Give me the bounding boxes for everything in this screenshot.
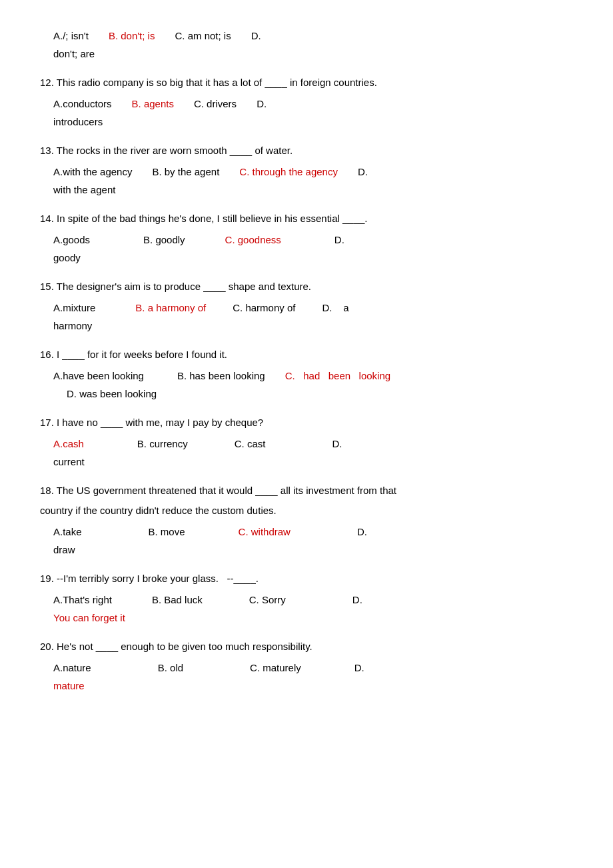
option-12b: B. agents (132, 95, 174, 113)
question-13: 13. The rocks in the river are worn smoo… (40, 143, 573, 199)
option-11a: A./; isn't (53, 27, 89, 45)
option-20a: A.nature (53, 659, 91, 677)
question-15-text: 15. The designer's aim is to produce ___… (40, 279, 573, 295)
question-15: 15. The designer's aim is to produce ___… (40, 279, 573, 335)
option-16b: B. has been looking (177, 367, 265, 385)
option-17d-overflow: current (40, 453, 573, 471)
option-13a: A.with the agency (53, 163, 132, 181)
option-11d-overflow: don't; are (40, 45, 573, 63)
question-18-text-line1: 18. The US government threatened that it… (40, 483, 573, 499)
option-13d-overflow: with the agent (40, 181, 573, 199)
option-13c: C. through the agency (239, 163, 338, 181)
option-15d: D. a (322, 299, 348, 317)
question-19-text: 19. --I'm terribly sorry I broke your gl… (40, 571, 573, 587)
option-15a: A.mixture (53, 299, 95, 317)
option-14d: D. (334, 231, 344, 249)
option-17a: A.cash (53, 435, 84, 453)
option-13b: B. by the agent (152, 163, 219, 181)
option-14b: B. goodly (143, 231, 185, 249)
option-12d: D. (257, 95, 267, 113)
option-19b: B. Bad luck (152, 591, 203, 609)
question-12-text: 12. This radio company is so big that it… (40, 75, 573, 91)
question-16-text: 16. I ____ for it for weeks before I fou… (40, 347, 573, 363)
option-17b: B. currency (137, 435, 188, 453)
option-15d-overflow: harmony (40, 317, 573, 335)
question-14: 14. In spite of the bad things he's done… (40, 211, 573, 267)
option-11b: B. don't; is (109, 27, 155, 45)
option-18a: A.take (53, 523, 82, 541)
question-12: 12. This radio company is so big that it… (40, 75, 573, 131)
question-16: 16. I ____ for it for weeks before I fou… (40, 347, 573, 403)
option-14d-overflow: goody (40, 249, 573, 267)
option-12c: C. drivers (194, 95, 237, 113)
option-20d-overflow: mature (40, 677, 573, 695)
question-14-text: 14. In spite of the bad things he's done… (40, 211, 573, 227)
option-18b: B. move (149, 523, 185, 541)
option-14c: C. goodness (225, 231, 281, 249)
option-17d: D. (332, 435, 342, 453)
option-20b: B. old (158, 659, 183, 677)
option-15c: C. harmony of (233, 299, 295, 317)
option-18c: C. withdraw (239, 523, 291, 541)
question-19: 19. --I'm terribly sorry I broke your gl… (40, 571, 573, 627)
option-19c: C. Sorry (249, 591, 286, 609)
option-16d: D. was been looking (67, 388, 157, 399)
option-18d: D. (357, 523, 367, 541)
question-17-text: 17. I have no ____ with me, may I pay by… (40, 415, 573, 431)
option-19d-overflow: You can forget it (40, 609, 573, 627)
question-18: 18. The US government threatened that it… (40, 483, 573, 559)
option-18d-overflow: draw (40, 541, 573, 559)
question-20: 20. He's not ____ enough to be given too… (40, 639, 573, 695)
option-17c: C. cast (235, 435, 266, 453)
option-11c: C. am not; is (175, 27, 231, 45)
question-11-options: A./; isn't B. don't; is C. am not; is D.… (40, 27, 573, 63)
option-12d-overflow: introducers (40, 113, 573, 131)
option-20d: D. (354, 659, 364, 677)
option-12a: A.conductors (53, 95, 112, 113)
option-19d: D. (352, 591, 362, 609)
option-16a: A.have been looking (53, 367, 144, 385)
option-20c: C. maturely (250, 659, 301, 677)
option-11d: D. (251, 27, 261, 45)
question-18-text-line2: country if the country didn't reduce the… (40, 503, 573, 519)
option-19a: A.That's right (53, 591, 112, 609)
option-14a: A.goods (53, 231, 90, 249)
question-20-text: 20. He's not ____ enough to be given too… (40, 639, 573, 655)
question-13-text: 13. The rocks in the river are worn smoo… (40, 143, 573, 159)
option-15b: B. a harmony of (135, 299, 206, 317)
question-17: 17. I have no ____ with me, may I pay by… (40, 415, 573, 471)
option-13d: D. (358, 163, 368, 181)
option-16c: C. had been looking (285, 367, 390, 385)
